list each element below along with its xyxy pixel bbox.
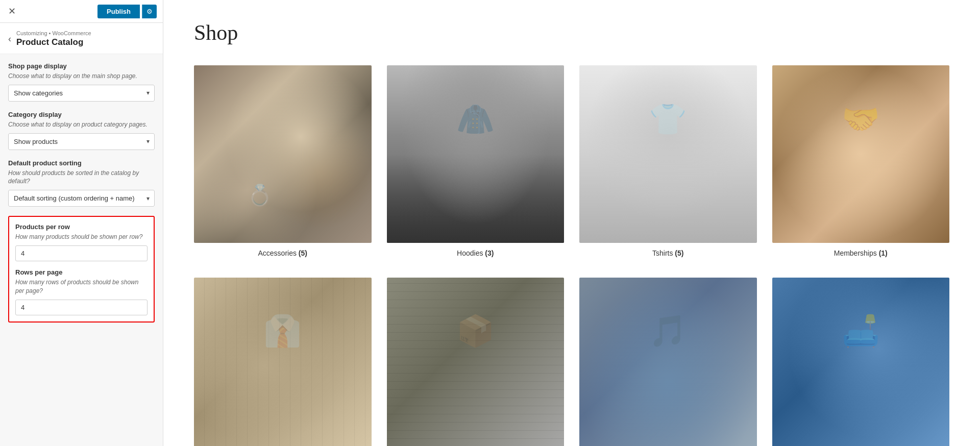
category-display-select[interactable]: Show products Show subcategories Show bo… [8, 133, 155, 150]
shop-title: Shop [194, 20, 949, 45]
shop-page-display-title: Shop page display [8, 62, 155, 70]
rows-per-page-section: Rows per page How many rows of products … [15, 268, 148, 315]
back-button[interactable]: ‹ [8, 34, 11, 44]
products-per-row-input[interactable] [15, 245, 148, 261]
publish-group: Publish ⚙ [97, 5, 157, 18]
category-image-hoodies [387, 65, 565, 243]
category-display-section: Category display Choose what to display … [8, 111, 155, 150]
products-per-row-section: Products per row How many products shoul… [15, 223, 148, 261]
breadcrumb: Customizing • WooCommerce [16, 30, 91, 36]
panel-content: Shop page display Choose what to display… [0, 54, 163, 446]
category-image-clothing [194, 278, 372, 447]
right-panel: Shop Accessories (5) Hoodies (3) Tshirts… [163, 0, 980, 446]
panel-title: Product Catalog [16, 37, 91, 47]
products-per-row-title: Products per row [15, 223, 148, 231]
category-item-tshirts: Tshirts (5) [579, 65, 757, 257]
category-label-tshirts: Tshirts (5) [652, 249, 683, 257]
category-display-desc: Choose what to display on product catego… [8, 120, 155, 129]
category-image-memberships [772, 65, 950, 243]
default-sorting-title: Default product sorting [8, 159, 155, 167]
category-item-uncategorized: Uncategorized (3) [387, 278, 565, 447]
highlighted-section: Products per row How many products shoul… [8, 216, 155, 322]
panel-header-text: Customizing • WooCommerce Product Catalo… [16, 30, 91, 47]
default-sorting-section: Default product sorting How should produ… [8, 159, 155, 207]
rows-per-page-input[interactable] [15, 300, 148, 315]
rows-per-page-desc: How many rows of products should be show… [15, 278, 148, 295]
category-label-memberships: Memberships (1) [834, 249, 888, 257]
default-sorting-select[interactable]: Default sorting (custom ordering + name)… [8, 190, 155, 207]
categories-row-1: Accessories (5) Hoodies (3) Tshirts (5) … [194, 65, 949, 257]
category-item-hoodies: Hoodies (3) [387, 65, 565, 257]
category-image-tshirts [579, 65, 757, 243]
category-item-music: Music (4) [579, 278, 757, 447]
default-sorting-desc: How should products be sorted in the cat… [8, 169, 155, 186]
shop-page-display-select-wrapper: Show categories Show products Show both … [8, 85, 155, 102]
shop-page-display-desc: Choose what to display on the main shop … [8, 72, 155, 81]
default-sorting-select-wrapper: Default sorting (custom ordering + name)… [8, 190, 155, 207]
categories-row-2: Clothing (20) Uncategorized (3) Music (4… [194, 278, 949, 447]
publish-button[interactable]: Publish [97, 5, 140, 18]
category-image-decor [772, 278, 950, 447]
left-panel: ✕ Publish ⚙ ‹ Customizing • WooCommerce … [0, 0, 163, 446]
rows-per-page-title: Rows per page [15, 268, 148, 276]
category-image-accessories [194, 65, 372, 243]
category-display-select-wrapper: Show products Show subcategories Show bo… [8, 133, 155, 150]
category-label-hoodies: Hoodies (3) [457, 249, 494, 257]
category-item-clothing: Clothing (20) [194, 278, 372, 447]
category-image-uncategorized [387, 278, 565, 447]
category-item-decor: Decor (2) [772, 278, 950, 447]
category-item-accessories: Accessories (5) [194, 65, 372, 257]
products-per-row-desc: How many products should be shown per ro… [15, 233, 148, 241]
category-label-accessories: Accessories (5) [258, 249, 307, 257]
category-image-music [579, 278, 757, 447]
category-display-title: Category display [8, 111, 155, 118]
panel-header: ‹ Customizing • WooCommerce Product Cata… [0, 23, 163, 54]
close-button[interactable]: ✕ [6, 4, 18, 19]
category-item-memberships: Memberships (1) [772, 65, 950, 257]
top-bar: ✕ Publish ⚙ [0, 0, 163, 23]
shop-page-display-section: Shop page display Choose what to display… [8, 62, 155, 102]
shop-page-display-select[interactable]: Show categories Show products Show both [8, 85, 155, 102]
publish-settings-button[interactable]: ⚙ [142, 5, 157, 18]
